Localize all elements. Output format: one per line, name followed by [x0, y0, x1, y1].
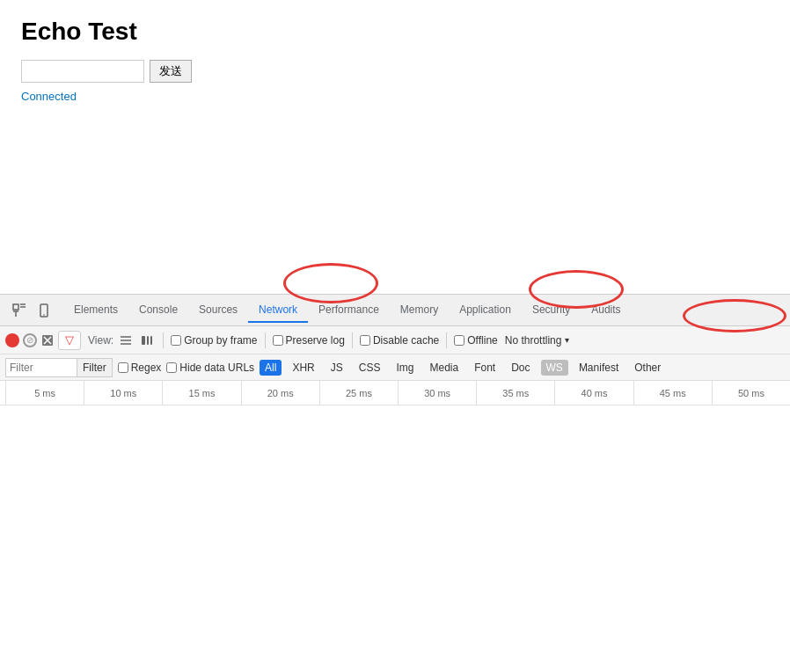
timeline-marker-45ms: 45 ms [633, 381, 712, 405]
tab-elements[interactable]: Elements [63, 298, 128, 323]
devtools-panel: Elements Console Sources Network Perform… [0, 294, 790, 672]
filter-input-wrapper: Filter [5, 358, 113, 377]
waterfall-view-icon[interactable] [138, 332, 156, 349]
tab-memory[interactable]: Memory [390, 298, 449, 323]
timeline-marker-20ms: 20 ms [241, 381, 319, 405]
offline-checkbox[interactable]: Offline [454, 334, 497, 347]
tab-sources[interactable]: Sources [188, 298, 248, 323]
record-button[interactable] [5, 333, 19, 347]
tab-network[interactable]: Network [248, 298, 308, 323]
filter-ws-btn[interactable]: WS [541, 360, 568, 376]
timeline-row: 5 ms 10 ms 15 ms 20 ms 25 ms 30 ms 35 ms… [0, 381, 790, 405]
connected-status: Connected [21, 90, 769, 103]
separator-2 [265, 332, 266, 348]
view-label: View: [88, 334, 113, 347]
timeline-marker-35ms: 35 ms [476, 381, 554, 405]
svg-point-6 [43, 314, 45, 316]
timeline-marker-15ms: 15 ms [162, 381, 240, 405]
tab-security[interactable]: Security [522, 298, 581, 323]
tab-console[interactable]: Console [128, 298, 188, 323]
input-row: 发送 [21, 60, 769, 83]
clear-button[interactable] [40, 333, 55, 347]
svg-rect-0 [13, 304, 18, 310]
disable-cache-checkbox[interactable]: Disable cache [360, 334, 439, 347]
timeline-marker-40ms: 40 ms [554, 381, 633, 405]
tab-application[interactable]: Application [449, 298, 522, 323]
devtools-tabs-bar: Elements Console Sources Network Perform… [0, 295, 790, 326]
filter-other-btn[interactable]: Other [629, 360, 666, 376]
filter-label-tag: Filter [77, 359, 112, 376]
filter-all-btn[interactable]: All [260, 360, 282, 376]
svg-rect-14 [147, 336, 149, 345]
timeline-marker-10ms: 10 ms [84, 381, 162, 405]
filter-media-btn[interactable]: Media [424, 360, 464, 376]
separator-4 [446, 332, 447, 348]
stop-button[interactable]: ⊘ [23, 333, 37, 347]
throttling-chevron[interactable]: ▾ [565, 335, 569, 345]
tab-performance[interactable]: Performance [308, 298, 390, 323]
separator-3 [352, 332, 353, 348]
no-throttling-label: No throttling [505, 334, 562, 347]
filter-input[interactable] [6, 359, 77, 376]
filter-icon-button[interactable]: ▽ [58, 331, 81, 350]
preserve-log-checkbox[interactable]: Preserve log [273, 334, 345, 347]
page-content: Echo Test 发送 Connected [0, 0, 790, 121]
inspect-icon[interactable] [7, 298, 32, 323]
group-by-frame-checkbox[interactable]: Group by frame [171, 334, 257, 347]
list-view-icon[interactable] [117, 332, 135, 349]
filter-manifest-btn[interactable]: Manifest [574, 360, 624, 376]
page-title: Echo Test [21, 18, 769, 46]
separator-1 [163, 332, 164, 348]
timeline-marker-30ms: 30 ms [398, 381, 476, 405]
hide-data-urls-checkbox[interactable]: Hide data URLs [166, 362, 254, 374]
svg-rect-15 [150, 336, 152, 345]
device-icon[interactable] [32, 298, 56, 323]
timeline-marker-5ms: 5 ms [5, 381, 84, 405]
network-toolbar: ⊘ ▽ View: Gro [0, 326, 790, 354]
regex-checkbox[interactable]: Regex [118, 362, 162, 374]
filter-xhr-btn[interactable]: XHR [287, 360, 319, 376]
message-input[interactable] [21, 60, 144, 83]
timeline-marker-25ms: 25 ms [319, 381, 398, 405]
filter-js-btn[interactable]: JS [326, 360, 348, 376]
filter-font-btn[interactable]: Font [469, 360, 501, 376]
filter-row: Filter Regex Hide data URLs All XHR JS C… [0, 354, 790, 381]
svg-rect-13 [142, 336, 145, 345]
tab-audits[interactable]: Audits [581, 298, 631, 323]
network-content [0, 405, 790, 672]
filter-doc-btn[interactable]: Doc [506, 360, 535, 376]
timeline-marker-50ms: 50 ms [712, 381, 790, 405]
filter-img-btn[interactable]: Img [391, 360, 419, 376]
send-button[interactable]: 发送 [150, 60, 192, 83]
filter-css-btn[interactable]: CSS [354, 360, 386, 376]
